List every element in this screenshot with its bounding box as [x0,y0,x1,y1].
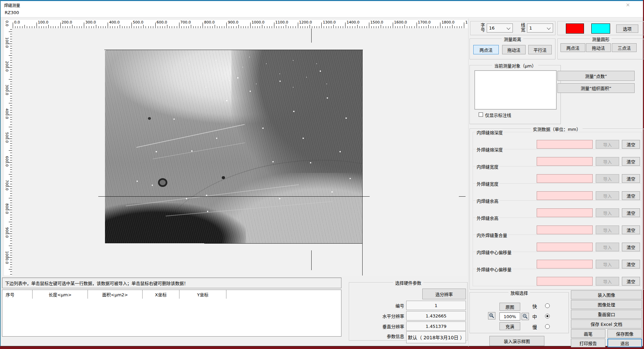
clear-button[interactable]: 清空 [622,174,640,183]
print-report-button[interactable]: 打印报告 [571,339,605,347]
measured-value-field[interactable] [537,157,593,166]
measure-area-button[interactable]: 测量“组织面积” [557,83,635,93]
ruler-label: 1300.0 [323,20,336,24]
distance-parallel-button[interactable]: 平行法 [528,45,552,54]
redraw-window-button[interactable]: 重画窗口 [571,310,642,319]
menu-bar: RZ300 [1,9,643,17]
measured-value-field[interactable] [537,277,593,286]
original-size-button[interactable]: 原图 [499,303,520,311]
speed-radio[interactable] [545,303,550,308]
hardware-params-group: 选择硬件参数 选分辨率 编号1水平分辨率1.432665垂直分辨率1.45137… [349,282,468,341]
ruler-label: 200.0 [62,20,72,24]
ruler-tick [96,25,96,28]
clear-button[interactable]: 清空 [622,226,640,234]
hardware-field[interactable]: 默认（ 2018年3月10日 ） [406,331,466,343]
ruler-tick [9,127,12,127]
ruler-tick [357,25,358,28]
line-width-select[interactable]: 1 [527,23,553,33]
pen-button[interactable]: 画笔 [571,329,605,338]
measured-row-label: 外焊缝余高 [476,215,499,221]
zoom-out-icon [522,313,528,319]
options-button[interactable]: 选项 [616,24,638,33]
ruler-tick [13,22,13,28]
measured-value-field[interactable] [537,174,593,183]
measured-value-field[interactable] [537,191,593,200]
color-swatch-cyan[interactable] [591,23,610,34]
ruler-tick [215,25,215,28]
only-marks-checkbox[interactable] [479,112,483,117]
speed-radio[interactable] [545,324,550,329]
ruler-tick [191,25,191,28]
ruler-tick [167,25,167,28]
image-canvas[interactable] [12,28,468,276]
box-bottom-line [204,243,362,244]
close-icon[interactable]: ✕ [621,1,635,8]
ruler-label: 900.0 [5,227,9,238]
ruler-tick [9,198,12,198]
circle-drag-button[interactable]: 拖动法 [586,43,611,52]
speed-radio[interactable] [545,314,550,318]
ruler-label: 300.0 [5,85,9,95]
zoom-select-group: 放缩选择 原图 100% 充满 快中慢 [470,292,569,333]
measured-value-field[interactable] [537,140,593,149]
ruler-tick [310,25,310,28]
ruler-tick [238,25,239,28]
load-demo-image-button[interactable]: 装入演示样图 [489,336,544,346]
table-header-4: Y坐标 [179,290,226,299]
select-resolution-button[interactable]: 选分辨率 [422,289,466,299]
ruler-tick [286,25,286,28]
table-header-2: 面积<μm2> [88,290,143,299]
clear-button[interactable]: 清空 [622,243,640,251]
zoom-percent-field[interactable]: 100% [499,312,520,320]
fill-button[interactable]: 充满 [499,322,520,330]
clear-button[interactable]: 清空 [622,260,640,268]
save-excel-button[interactable]: 保存 Excel 文档 [571,319,642,329]
ruler-tick [48,25,49,28]
circle-two-point-button[interactable]: 两点法 [560,43,585,52]
ruler-label: 1400.0 [346,20,360,24]
import-button: 导入 [596,226,619,234]
clear-button[interactable]: 清空 [622,140,640,149]
save-image-button[interactable]: 保存图像 [607,329,642,338]
measured-value-field[interactable] [537,243,593,251]
distance-two-point-button[interactable]: 两点法 [473,45,499,54]
zoom-in-button[interactable] [488,312,495,319]
ruler-label: 500.0 [5,132,9,143]
current-object-listbox[interactable] [475,70,556,109]
ruler-tick [84,22,84,28]
clear-button[interactable]: 清空 [622,208,640,217]
ruler-tick [203,22,203,28]
hint-box: 下边列表中，单击鼠标左键可选中某一行数据，该数据可被导入；单击鼠标右键可删除该数… [2,278,341,288]
import-button: 导入 [596,260,619,268]
measured-row-label: 内焊缝宽度 [476,163,499,170]
ruler-label: 1800.0 [441,20,454,24]
load-image-button[interactable]: 装入图像 [571,290,642,299]
image-process-button[interactable]: 图像处理 [571,300,642,309]
measured-value-field[interactable] [537,208,593,217]
clear-button[interactable]: 清空 [622,191,640,200]
distance-drag-button[interactable]: 拖动法 [502,45,526,54]
circle-three-point-button[interactable]: 三点法 [612,43,637,52]
table-header-filler [226,290,341,299]
measure-circle-group: 测量圆形 两点法 拖动法 三点法 [557,39,644,59]
porosity-spot [222,176,225,179]
measured-row-label: 内外焊缝重合量 [476,232,508,238]
ruler-tick [321,22,322,28]
exit-button[interactable]: 退出 [607,339,642,347]
menu-item-rz300[interactable]: RZ300 [5,10,19,15]
result-table[interactable]: 序号长度<μm>面积<μm2>X坐标Y坐标 [2,290,341,337]
measured-value-field[interactable] [537,226,593,234]
measure-points-button[interactable]: 测量“点数” [557,71,635,81]
clear-button[interactable]: 清空 [622,277,640,286]
color-swatch-red[interactable] [566,23,584,34]
clear-button[interactable]: 清空 [622,157,640,166]
font-size-select[interactable]: 16 [487,23,513,33]
ruler-corner: 0.0 [4,20,12,29]
ruler-label: 1100.0 [275,20,288,24]
measured-row-label: 外焊缝熔深度 [476,146,504,153]
measured-value-field[interactable] [537,260,593,268]
table-header-3: X坐标 [143,290,179,299]
zoom-out-button[interactable] [522,313,529,320]
ruler-label: 400.0 [5,108,9,119]
font-size-label: 字号 [479,23,486,32]
